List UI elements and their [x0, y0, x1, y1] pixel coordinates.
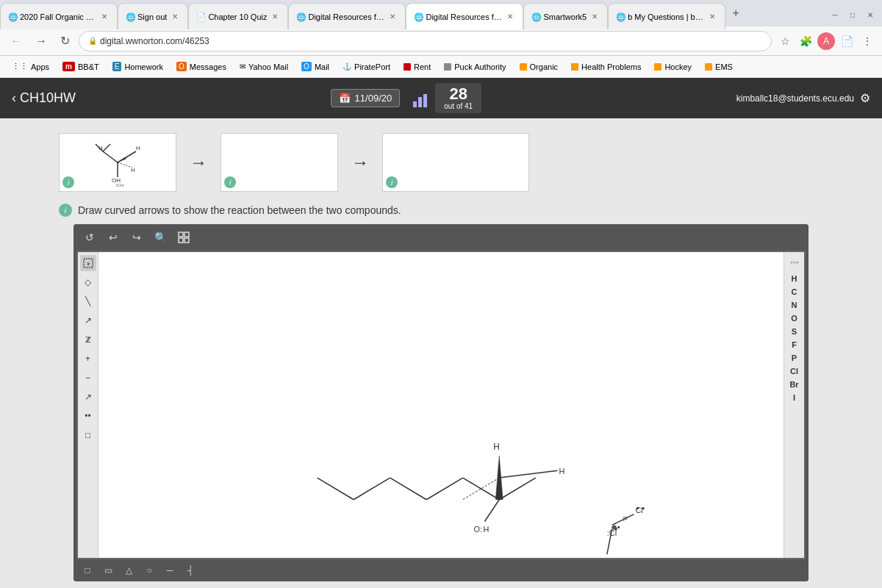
bookmark-homework[interactable]: E Homework	[107, 60, 169, 74]
bookmark-apps-label: Apps	[31, 62, 49, 71]
svg-text:ICH: ICH	[116, 183, 123, 187]
element-P[interactable]: P	[784, 352, 804, 364]
element-N[interactable]: N	[784, 299, 804, 311]
profile-icon[interactable]: A	[817, 32, 835, 50]
hockey-icon	[654, 63, 662, 71]
right-toolbar-dots	[787, 258, 802, 268]
settings-gear-icon[interactable]: ⚙	[860, 91, 870, 105]
rect-select-tool[interactable]: □	[79, 562, 96, 578]
user-section: kimballc18@students.ecu.edu ⚙	[736, 91, 870, 105]
grid-icon	[178, 232, 190, 243]
bookmark-rent[interactable]: Rent	[398, 60, 437, 74]
extensions-icon[interactable]: 🧩	[797, 32, 814, 50]
zoom-tool[interactable]: 🔍	[151, 229, 169, 246]
element-I[interactable]: I	[784, 392, 804, 404]
bookmark-puck[interactable]: Puck Authority	[438, 60, 512, 74]
tab-organic-close[interactable]: ✕	[99, 12, 110, 21]
svg-point-50	[793, 262, 795, 264]
triangle-up-tool[interactable]: △	[121, 562, 137, 578]
tab-bartleby-close[interactable]: ✕	[707, 12, 717, 21]
tab-digital1[interactable]: 🌐 Digital Resources for C ✕	[288, 3, 406, 29]
molecule2-info-icon[interactable]: i	[224, 176, 236, 188]
canvas-main[interactable]: H O: H H :Cl Cl	[98, 252, 784, 558]
new-tab-button[interactable]: +	[725, 3, 746, 24]
drawing-canvas[interactable]: ◇ ╲ ↗ ℤ + − ↗ •• □	[76, 251, 806, 559]
element-C[interactable]: C	[784, 286, 804, 298]
maximize-button[interactable]: □	[845, 7, 860, 22]
line-bottom-tool[interactable]: ─	[162, 562, 178, 578]
tab-smartwork[interactable]: 🌐 Smartwork5 ✕	[523, 3, 608, 29]
bookmark-messages[interactable]: O Messages	[171, 60, 232, 74]
bookmark-health[interactable]: Health Problems	[565, 60, 647, 74]
element-S[interactable]: S	[784, 326, 804, 337]
redo-tool[interactable]: ↪	[128, 229, 146, 246]
grid-tool[interactable]	[175, 229, 193, 246]
tab-bartleby[interactable]: 🌐 b My Questions | bartle ✕	[608, 3, 725, 29]
reset-tool[interactable]: ↺	[81, 229, 98, 246]
circle-tool[interactable]: ○	[141, 562, 157, 578]
back-to-hw-button[interactable]: ‹ CH10HW	[12, 90, 76, 106]
molecule3-info-icon[interactable]: i	[386, 176, 398, 188]
minus-tool[interactable]: −	[80, 370, 96, 386]
bookmark-ems[interactable]: EMS	[699, 60, 739, 74]
select-tool[interactable]	[80, 255, 96, 271]
element-F[interactable]: F	[784, 339, 804, 351]
tab-digital2[interactable]: 🌐 Digital Resources for C ✕	[406, 3, 523, 29]
element-Br[interactable]: Br	[784, 379, 804, 390]
element-Cl[interactable]: Cl	[784, 365, 804, 377]
undo-tool[interactable]: ↩	[104, 229, 122, 246]
tab-smartwork-close[interactable]: ✕	[589, 12, 600, 21]
close-button[interactable]: ✕	[863, 7, 878, 22]
tab-signout-icon: 🌐	[126, 12, 135, 21]
lasso-tool[interactable]: ◇	[80, 274, 96, 290]
bookmark-hockey-label: Hockey	[664, 62, 692, 71]
tab-digital2-icon: 🌐	[414, 12, 423, 21]
element-H[interactable]: H	[784, 273, 804, 284]
charge-tool[interactable]: ℤ	[80, 331, 96, 348]
pirateport-icon: ⚓	[343, 62, 351, 71]
pdf-icon[interactable]: 📄	[838, 32, 856, 50]
nav-icons: ☆ 🧩 A 📄 ⋮	[776, 32, 876, 50]
ruler-tool[interactable]: ┤	[182, 562, 198, 578]
settings-icon[interactable]: ⋮	[858, 32, 876, 50]
molecule1-info-icon[interactable]: i	[62, 176, 74, 188]
bookmark-organic[interactable]: Organic	[514, 60, 564, 74]
bookmark-mail[interactable]: O Mail	[295, 60, 335, 74]
star-icon[interactable]: ☆	[776, 32, 794, 50]
rect-tool2[interactable]: ▭	[100, 562, 116, 578]
tab-signout-label: Sign out	[137, 12, 167, 21]
bookmarks-bar: ⋮⋮ Apps m BB&T E Homework O Messages ✉ Y…	[0, 56, 882, 78]
address-bar[interactable]: 🔒 digital.wwnorton.com/46253	[79, 31, 772, 51]
minimize-button[interactable]: ─	[828, 7, 842, 22]
refresh-button[interactable]: ↻	[56, 31, 74, 51]
question-area: H H OH H ICH i → i → i i Draw curved arr…	[0, 118, 882, 588]
tab-chapter-close[interactable]: ✕	[270, 12, 280, 21]
bookmark-pirateport-label: PiratePort	[354, 62, 390, 71]
svg-point-34	[617, 526, 620, 528]
tab-digital2-close[interactable]: ✕	[505, 12, 515, 21]
tab-signout[interactable]: 🌐 Sign out ✕	[118, 3, 188, 29]
forward-button[interactable]: →	[31, 32, 51, 51]
tab-digital2-label: Digital Resources for C	[426, 12, 502, 21]
add-tool[interactable]: +	[80, 351, 96, 367]
tab-digital1-close[interactable]: ✕	[387, 12, 398, 21]
lock-icon: 🔒	[88, 37, 97, 45]
tab-signout-close[interactable]: ✕	[170, 12, 180, 21]
bookmark-apps[interactable]: ⋮⋮ Apps	[6, 60, 55, 74]
homework-icon: E	[112, 62, 122, 71]
bookmark-hockey[interactable]: Hockey	[648, 60, 698, 74]
box-tool[interactable]: □	[80, 427, 96, 443]
drawing-bottom-toolbar: □ ▭ △ ○ ─ ┤	[74, 559, 808, 581]
tab-organic[interactable]: 🌐 2020 Fall Organic Che ✕	[0, 3, 118, 29]
back-button[interactable]: ←	[6, 32, 26, 51]
curved-arrow-tool[interactable]: ↗	[80, 389, 96, 405]
bookmark-pirateport[interactable]: ⚓ PiratePort	[337, 60, 396, 74]
tab-chapter[interactable]: 📄 Chapter 10 Quiz ✕	[188, 3, 288, 29]
element-O[interactable]: O	[784, 312, 804, 324]
bookmark-bbt[interactable]: m BB&T	[57, 60, 105, 74]
question-info-icon[interactable]: i	[59, 204, 72, 217]
lone-pair-tool[interactable]: ••	[80, 408, 96, 424]
bond-tool[interactable]: ╲	[80, 293, 96, 309]
arrow-tool[interactable]: ↗	[80, 312, 96, 329]
bookmark-yahoomail[interactable]: ✉ Yahoo Mail	[234, 60, 294, 74]
